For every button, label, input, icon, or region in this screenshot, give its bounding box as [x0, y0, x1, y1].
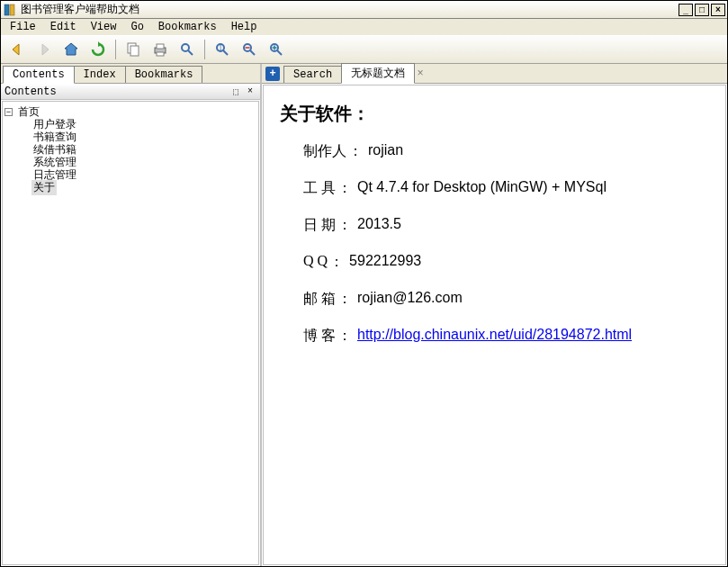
info-separator: ：	[329, 253, 344, 272]
zoom-in-button[interactable]	[264, 38, 289, 61]
zoom-out-button[interactable]	[237, 38, 262, 61]
info-separator: ：	[348, 142, 363, 161]
info-separator: ：	[337, 216, 352, 235]
menu-edit[interactable]: Edit	[45, 20, 82, 34]
left-tab-row: Contents Index Bookmarks	[1, 64, 260, 84]
back-button[interactable]	[4, 38, 30, 61]
zoom-reset-button[interactable]: 1	[210, 38, 235, 61]
menu-view[interactable]: View	[85, 20, 122, 34]
window-title: 图书管理客户端帮助文档	[21, 2, 679, 17]
info-row: 日 期：2013.5	[303, 216, 709, 235]
minimize-button[interactable]: _	[679, 4, 693, 16]
find-button[interactable]	[175, 38, 200, 61]
info-value: 2013.5	[357, 216, 401, 235]
collapse-icon[interactable]: −	[4, 108, 13, 116]
right-tab-row: + Search 无标题文档 ×	[262, 64, 727, 84]
app-icon	[3, 3, 17, 17]
svg-line-13	[250, 50, 255, 55]
toolbar-separator	[115, 40, 116, 59]
info-label: 博 客	[303, 327, 336, 346]
info-label: 日 期	[303, 216, 336, 235]
svg-text:1: 1	[219, 44, 222, 52]
toolbar: 1	[1, 35, 727, 64]
info-row: 邮 箱：rojian@126.com	[303, 290, 709, 309]
svg-line-16	[277, 50, 282, 55]
info-row: 制作人：rojian	[303, 142, 709, 161]
menu-file[interactable]: File	[4, 20, 41, 34]
info-value: 592212993	[349, 253, 421, 272]
info-separator: ：	[337, 179, 352, 198]
menu-bar: File Edit View Go Bookmarks Help	[1, 19, 727, 35]
info-label: 邮 箱	[303, 290, 336, 309]
panel-header-title: Contents	[4, 86, 228, 98]
title-bar: 图书管理客户端帮助文档 _ □ ×	[1, 1, 727, 19]
tab-contents[interactable]: Contents	[3, 66, 75, 84]
new-tab-button[interactable]: +	[265, 67, 280, 81]
tab-bookmarks[interactable]: Bookmarks	[125, 66, 203, 83]
info-separator: ：	[337, 327, 352, 346]
svg-rect-5	[157, 44, 164, 49]
svg-rect-6	[157, 52, 164, 56]
left-panel: Contents Index Bookmarks Contents ⬚ × − …	[1, 64, 262, 566]
info-row: Q Q ：592212993	[303, 253, 709, 272]
menu-bookmarks[interactable]: Bookmarks	[153, 20, 222, 34]
content-heading: 关于软件：	[280, 102, 709, 126]
info-label: Q Q	[303, 253, 328, 272]
svg-line-8	[188, 50, 193, 55]
info-value: rojian	[368, 142, 403, 161]
info-value: rojian@126.com	[357, 290, 463, 309]
forward-button[interactable]	[31, 38, 57, 61]
left-panel-header: Contents ⬚ ×	[1, 84, 260, 100]
workspace: Contents Index Bookmarks Contents ⬚ × − …	[1, 64, 727, 566]
toolbar-separator	[204, 40, 205, 59]
reload-button[interactable]	[85, 38, 111, 61]
info-row: 博 客：http://blog.chinaunix.net/uid/281948…	[303, 327, 709, 346]
close-panel-icon[interactable]: ×	[244, 86, 256, 97]
contents-tree[interactable]: − 首页 用户登录书籍查询续借书籍系统管理日志管理关于	[2, 101, 259, 565]
maximize-button[interactable]: □	[695, 4, 709, 16]
info-value: Qt 4.7.4 for Desktop (MinGW) + MYSql	[357, 179, 607, 198]
tab-search[interactable]: Search	[283, 66, 342, 83]
blog-link[interactable]: http://blog.chinaunix.net/uid/28194872.h…	[357, 327, 632, 346]
close-tab-icon[interactable]: ×	[414, 68, 427, 80]
svg-rect-1	[10, 4, 14, 15]
document-content: 关于软件： 制作人：rojian工 具：Qt 4.7.4 for Desktop…	[263, 85, 726, 565]
info-row: 工 具：Qt 4.7.4 for Desktop (MinGW) + MYSql	[303, 179, 709, 198]
svg-point-7	[182, 44, 189, 51]
right-panel: + Search 无标题文档 × 关于软件： 制作人：rojian工 具：Qt …	[262, 64, 727, 566]
home-button[interactable]	[58, 38, 84, 61]
svg-rect-0	[4, 4, 9, 15]
menu-go[interactable]: Go	[125, 20, 148, 34]
print-button[interactable]	[148, 38, 173, 61]
info-label: 工 具	[303, 179, 336, 198]
tree-item[interactable]: 关于	[4, 181, 256, 194]
copy-button[interactable]	[121, 38, 146, 61]
close-window-button[interactable]: ×	[711, 4, 725, 16]
dock-icon[interactable]: ⬚	[229, 86, 242, 97]
tab-index[interactable]: Index	[74, 66, 126, 83]
svg-rect-3	[130, 46, 139, 56]
tab-untitled[interactable]: 无标题文档	[341, 63, 415, 84]
tree-item-label[interactable]: 关于	[31, 180, 57, 195]
info-label: 制作人	[303, 142, 346, 161]
svg-line-10	[223, 50, 228, 55]
info-separator: ：	[337, 290, 352, 309]
menu-help[interactable]: Help	[226, 20, 263, 34]
